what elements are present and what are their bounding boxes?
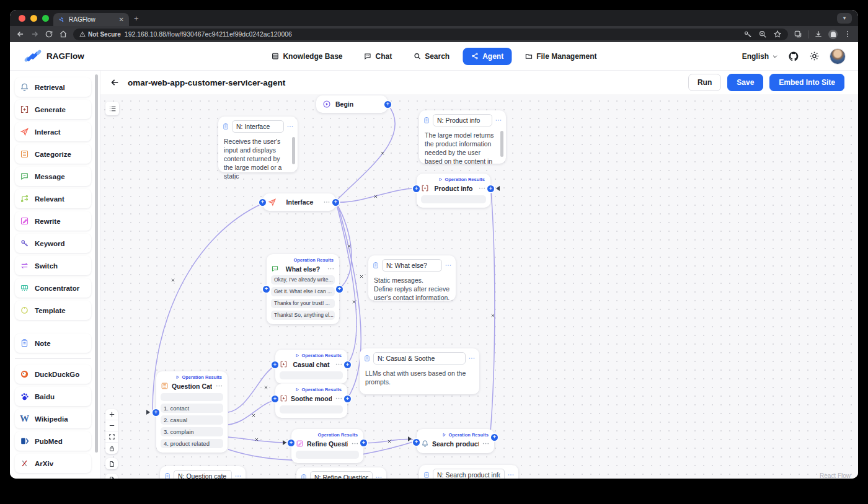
home-icon[interactable] xyxy=(59,30,68,38)
node-field-bar[interactable] xyxy=(296,451,359,459)
handle-search-product-out[interactable] xyxy=(491,434,498,441)
reload-icon[interactable] xyxy=(45,30,53,38)
node-menu-icon[interactable] xyxy=(478,184,486,192)
address-bar[interactable]: Not Secure 192.168.10.88/flow/f930467ec9… xyxy=(73,29,788,40)
node-begin[interactable]: Begin xyxy=(316,95,388,113)
note-title-input[interactable] xyxy=(373,352,466,365)
tab-close-icon[interactable]: ✕ xyxy=(119,16,124,23)
sidebar-item-categorize[interactable]: Categorize xyxy=(15,144,91,164)
bookmark-star-icon[interactable] xyxy=(773,30,782,38)
node-interface[interactable]: Interface xyxy=(263,193,335,211)
note-menu-icon[interactable] xyxy=(507,471,515,479)
note-menu-icon[interactable] xyxy=(495,117,502,124)
handle-soothe-mood-out[interactable] xyxy=(344,396,351,402)
note-scrollbar[interactable] xyxy=(292,137,295,164)
import-template-button[interactable] xyxy=(105,458,118,469)
handle-refine-question-out[interactable] xyxy=(360,440,367,446)
node-product-info[interactable]: Operation Results Product info xyxy=(417,174,490,208)
fit-view-button[interactable] xyxy=(105,431,118,443)
handle-interface-out[interactable] xyxy=(332,199,339,206)
node-menu-icon[interactable] xyxy=(335,394,343,402)
handle-soothe-mood-in[interactable] xyxy=(272,396,278,402)
browser-menu-icon[interactable] xyxy=(843,30,852,38)
node-menu-icon[interactable] xyxy=(351,440,359,448)
back-arrow-icon[interactable] xyxy=(109,77,120,88)
operation-results-link[interactable]: Operation Results xyxy=(296,432,359,440)
sidebar-item-template[interactable]: Template xyxy=(15,301,91,320)
note-title-input[interactable] xyxy=(433,114,492,126)
category-item[interactable]: 1. contact xyxy=(161,404,223,413)
note-refine-question[interactable] xyxy=(296,467,386,479)
handle-what-else-in[interactable] xyxy=(263,286,270,293)
message-item[interactable]: Okay, I've already write... xyxy=(271,275,335,285)
embed-into-site-button[interactable]: Embed Into Site xyxy=(769,74,844,91)
node-casual-chat[interactable]: Operation Results Casual chat xyxy=(275,350,347,384)
tab-search[interactable]: Search xyxy=(405,48,458,65)
tab-knowledge-base[interactable]: Knowledge Base xyxy=(263,48,350,65)
back-icon[interactable] xyxy=(16,30,25,38)
browser-profile-avatar[interactable] xyxy=(828,30,838,39)
downloads-icon[interactable] xyxy=(814,30,823,38)
note-menu-icon[interactable] xyxy=(375,474,383,479)
node-soothe-mood[interactable]: Operation Results Soothe mood xyxy=(275,384,347,418)
sidebar-item-duckduckgo[interactable]: DuckDuckGo xyxy=(15,365,91,384)
sidebar-scrollbar[interactable] xyxy=(95,74,98,453)
note-casual-soothe[interactable]: LLMs chat with users based on the prompt… xyxy=(360,348,479,394)
operation-results-link[interactable]: Operation Results xyxy=(421,177,486,184)
note-title-input[interactable] xyxy=(232,120,284,133)
operation-results-link[interactable]: Operation Results xyxy=(161,374,223,382)
note-menu-icon[interactable] xyxy=(234,472,242,479)
tab-group-icon[interactable] xyxy=(794,30,802,38)
tab-agent[interactable]: Agent xyxy=(463,48,512,65)
sidebar-item-generate[interactable]: Generate xyxy=(15,100,91,119)
note-title-input[interactable] xyxy=(433,469,505,479)
note-title-input[interactable] xyxy=(310,471,373,479)
category-item[interactable]: 2. casual xyxy=(161,415,223,425)
handle-product-info-in[interactable] xyxy=(413,185,420,192)
zoom-icon[interactable] xyxy=(758,30,767,38)
react-flow-attribution[interactable]: React Flow xyxy=(820,472,851,479)
theme-sun-icon[interactable] xyxy=(809,51,820,61)
category-item[interactable]: 4. product related xyxy=(161,439,223,448)
export-template-button[interactable] xyxy=(105,474,118,479)
node-field-bar[interactable] xyxy=(161,393,223,401)
node-list-button[interactable] xyxy=(105,102,119,115)
language-selector[interactable]: English xyxy=(742,52,778,61)
sidebar-item-message[interactable]: Message xyxy=(15,167,91,186)
node-menu-icon[interactable] xyxy=(215,382,223,390)
node-menu-icon[interactable] xyxy=(482,440,490,448)
note-question-cate[interactable] xyxy=(160,466,246,479)
handle-question-categorize-in[interactable] xyxy=(153,409,159,416)
sidebar-item-interact[interactable]: Interact xyxy=(15,122,91,141)
new-tab-button[interactable]: + xyxy=(134,14,139,22)
close-window-button[interactable] xyxy=(19,15,25,22)
sidebar-item-note[interactable]: Note xyxy=(15,334,91,353)
note-what-else[interactable]: Static messages. Define replys after rec… xyxy=(368,255,456,301)
password-key-icon[interactable] xyxy=(743,30,752,38)
lock-button[interactable] xyxy=(105,443,118,454)
tab-search-chevron-icon[interactable]: ▾ xyxy=(837,13,852,24)
node-search-product[interactable]: Operation Results Search product i... xyxy=(417,429,494,453)
handle-casual-chat-in[interactable] xyxy=(272,361,278,368)
github-icon[interactable] xyxy=(788,51,799,62)
tab-file-management[interactable]: File Management xyxy=(516,48,604,65)
forward-icon[interactable] xyxy=(30,30,39,38)
note-title-input[interactable] xyxy=(382,259,442,272)
operation-results-link[interactable]: Operation Results xyxy=(280,353,343,360)
handle-product-info-out[interactable] xyxy=(487,185,494,192)
zoom-out-button[interactable] xyxy=(105,420,118,431)
handle-search-product-in[interactable] xyxy=(413,439,420,446)
node-menu-icon[interactable] xyxy=(335,360,343,368)
run-button[interactable]: Run xyxy=(688,74,721,91)
node-what-else[interactable]: Operation Results What else? Okay, I've … xyxy=(267,254,339,324)
sidebar-item-switch[interactable]: Switch xyxy=(15,256,91,275)
sidebar-item-rewrite[interactable]: Rewrite xyxy=(15,211,91,231)
node-menu-icon[interactable] xyxy=(327,265,335,273)
message-item[interactable]: Thanks! So, anything el... xyxy=(271,311,335,320)
operation-results-link[interactable]: Operation Results xyxy=(271,257,335,265)
node-refine-question[interactable]: Operation Results Refine Question xyxy=(291,429,363,463)
sidebar-item-retrieval[interactable]: Retrieval xyxy=(15,77,91,97)
node-field-bar[interactable] xyxy=(280,371,343,379)
note-menu-icon[interactable] xyxy=(468,355,476,362)
sidebar-item-arxiv[interactable]: ArXiv xyxy=(15,454,91,473)
